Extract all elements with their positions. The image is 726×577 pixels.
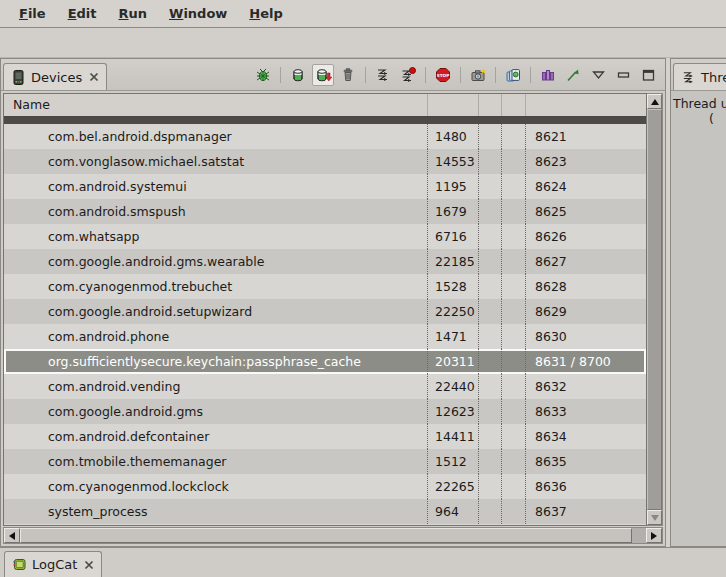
scroll-right-button[interactable]: [646, 528, 662, 543]
row-name: com.google.android.gms.wearable: [4, 249, 428, 274]
scroll-down-button[interactable]: [647, 510, 662, 525]
close-icon[interactable]: [89, 72, 99, 82]
row-col3: [479, 199, 502, 224]
row-col3: [479, 124, 502, 149]
menu-edit[interactable]: Edit: [57, 2, 108, 25]
table-row[interactable]: com.android.smspush16798625: [4, 199, 646, 224]
scroll-left-button[interactable]: [4, 528, 20, 543]
system-trace-button[interactable]: [537, 64, 559, 86]
table-row[interactable]: com.cyanogenmod.trebuchet15288628: [4, 274, 646, 299]
row-col3: [479, 499, 502, 524]
table-row[interactable]: com.google.android.gms126238633: [4, 399, 646, 424]
table-row[interactable]: system_process9648637: [4, 499, 646, 524]
threads-message-line1: Thread up: [671, 96, 726, 111]
row-col3: [479, 399, 502, 424]
row-port: 8631 / 8700: [526, 349, 646, 374]
table-row[interactable]: com.whatsapp67168626: [4, 224, 646, 249]
row-pid: 1512: [428, 449, 479, 474]
menu-run[interactable]: Run: [108, 2, 159, 25]
debug-process-button[interactable]: [252, 64, 274, 86]
scroll-track[interactable]: [632, 528, 646, 543]
row-name: com.android.defcontainer: [4, 424, 428, 449]
method-profiling-button[interactable]: [397, 64, 419, 86]
device-phone-icon: [11, 70, 26, 85]
row-col4: [502, 199, 526, 224]
minimize-button[interactable]: [612, 64, 634, 86]
row-pid: 22440: [428, 374, 479, 399]
tab-logcat[interactable]: LogCat: [4, 551, 102, 577]
header-col3[interactable]: [479, 94, 502, 116]
table-row[interactable]: com.android.systemui11958624: [4, 174, 646, 199]
table-row-selected[interactable]: org.sufficientlysecure.keychain:passphra…: [4, 349, 646, 374]
vertical-scroll-thumb[interactable]: [647, 109, 662, 510]
row-name: com.cyanogenmod.lockclock: [4, 474, 428, 499]
logcat-icon: [12, 557, 27, 572]
row-col4: [502, 224, 526, 249]
maximize-button[interactable]: [637, 64, 659, 86]
table-row[interactable]: com.vonglasow.michael.satstat145538623: [4, 149, 646, 174]
table-row[interactable]: com.google.android.setupwizard222508629: [4, 299, 646, 324]
up-arrow-icon: [651, 99, 659, 105]
row-name: system_process: [4, 499, 428, 524]
down-arrow-icon: [651, 515, 659, 521]
vertical-scrollbar[interactable]: [647, 93, 663, 526]
empty-toolbar-strip: [0, 28, 726, 58]
row-pid: 6716: [428, 224, 479, 249]
right-arrow-icon: [651, 532, 657, 540]
row-col3: [479, 449, 502, 474]
tab-threads[interactable]: Threa: [673, 63, 726, 90]
devices-toolbar: STOP: [252, 64, 665, 86]
header-port[interactable]: [526, 94, 646, 116]
row-pid: 22250: [428, 299, 479, 324]
header-name[interactable]: Name: [4, 94, 428, 116]
menu-help[interactable]: Help: [238, 2, 293, 25]
logcat-panel: LogCat: [0, 547, 726, 577]
row-col3: [479, 274, 502, 299]
table-row[interactable]: com.cyanogenmod.lockclock222658636: [4, 474, 646, 499]
horizontal-scroll-thumb[interactable]: [20, 528, 632, 543]
screen-capture-button[interactable]: [467, 64, 489, 86]
stop-process-button[interactable]: STOP: [432, 64, 454, 86]
row-name: com.tmobile.thememanager: [4, 449, 428, 474]
table-row[interactable]: com.bel.android.dspmanager14808621: [4, 124, 646, 149]
scroll-up-button[interactable]: [647, 94, 662, 109]
update-threads-button[interactable]: [372, 64, 394, 86]
threads-tabbar: Threa: [671, 59, 726, 91]
row-pid: 1480: [428, 124, 479, 149]
row-name: org.sufficientlysecure.keychain:passphra…: [4, 349, 428, 374]
dump-hprof-button[interactable]: [312, 64, 334, 86]
row-port: 8621: [526, 124, 646, 149]
opengl-trace-button[interactable]: [562, 64, 584, 86]
threads-message-line2: (: [671, 111, 726, 126]
menu-window[interactable]: Window: [158, 2, 238, 25]
row-col3: [479, 474, 502, 499]
menu-bar: File Edit Run Window Help: [0, 0, 726, 28]
table-row[interactable]: com.google.android.gms.wearable221858627: [4, 249, 646, 274]
table-row[interactable]: com.android.vending224408632: [4, 374, 646, 399]
close-icon[interactable]: [84, 560, 94, 570]
header-col4[interactable]: [502, 94, 526, 116]
view-menu-button[interactable]: [587, 64, 609, 86]
row-name: com.android.vending: [4, 374, 428, 399]
row-port: 8635: [526, 449, 646, 474]
table-header: Name: [4, 94, 646, 118]
row-pid: 20311: [428, 349, 479, 374]
toolbar-separator: [495, 67, 496, 83]
table-row[interactable]: com.android.defcontainer144118634: [4, 424, 646, 449]
cause-gc-button[interactable]: [337, 64, 359, 86]
row-pid: 1195: [428, 174, 479, 199]
header-pid[interactable]: [428, 94, 479, 116]
row-port: 8632: [526, 374, 646, 399]
table-row[interactable]: com.android.phone14718630: [4, 324, 646, 349]
horizontal-scrollbar[interactable]: [3, 527, 663, 544]
menu-file[interactable]: File: [8, 2, 57, 25]
row-col4: [502, 399, 526, 424]
toolbar-separator: [530, 67, 531, 83]
devices-tabbar: Devices: [1, 59, 665, 91]
toolbar-separator: [280, 67, 281, 83]
table-row[interactable]: com.tmobile.thememanager15128635: [4, 449, 646, 474]
view-hierarchy-button[interactable]: [502, 64, 524, 86]
update-heap-button[interactable]: [287, 64, 309, 86]
row-col4: [502, 499, 526, 524]
tab-devices[interactable]: Devices: [3, 63, 107, 90]
